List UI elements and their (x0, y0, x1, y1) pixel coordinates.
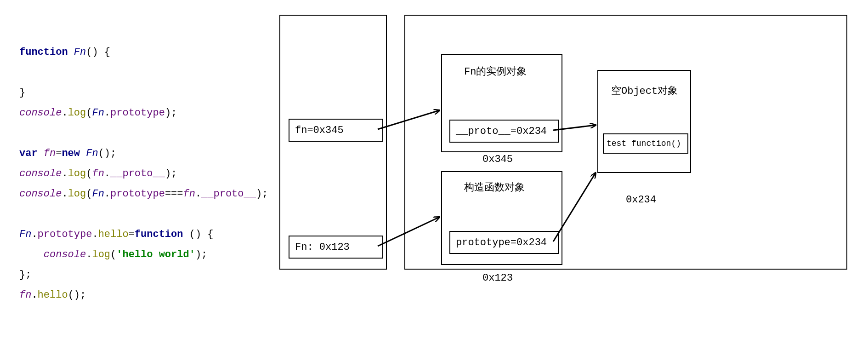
prop-prototype: prototype (110, 188, 165, 200)
ident-Fn: Fn (86, 148, 98, 159)
ctor-prototype-cell: prototype=0x234 (449, 231, 559, 254)
ident-Fn: Fn (92, 188, 104, 200)
method-hello: hello (98, 229, 129, 240)
console: console (19, 168, 62, 179)
method-log: log (68, 188, 86, 200)
kw-function: function (19, 46, 68, 58)
ctor-title: 构造函数对象 (464, 180, 525, 194)
ident-fn: fn (44, 148, 56, 159)
console: console (19, 107, 62, 119)
method-hello: hello (38, 289, 68, 301)
ident-fn: fn (183, 188, 195, 200)
prop-prototype: prototype (38, 229, 92, 240)
instance-proto-cell: __proto__=0x234 (449, 120, 559, 143)
console: console (44, 249, 86, 260)
punct: } (19, 87, 25, 98)
punct: }; (19, 269, 31, 281)
instance-title: Fn的实例对象 (464, 64, 527, 78)
ident-Fn: Fn (92, 107, 104, 119)
prop-proto: __proto__ (110, 168, 165, 179)
console: console (19, 188, 62, 200)
method-log: log (68, 168, 86, 179)
ident-Fn: Fn (19, 229, 31, 240)
empty-object-title: 空Object对象 (611, 84, 678, 98)
method-log: log (92, 249, 110, 260)
punct: () { (183, 229, 213, 240)
punct: () { (86, 46, 110, 58)
prop-prototype: prototype (110, 107, 165, 119)
ident-Fn: Fn (74, 46, 86, 58)
method-log: log (68, 107, 86, 119)
string-hello: 'hello world' (116, 249, 195, 260)
kw-function: function (135, 229, 183, 240)
code-block: function Fn() { } console.log(Fn.prototy… (19, 22, 268, 305)
memory-diagram: fn=0x345 Fn: 0x123 Fn的实例对象 __proto__=0x2… (276, 15, 855, 346)
prop-proto: __proto__ (201, 188, 256, 200)
kw-var: var (19, 148, 38, 159)
kw-new: new (62, 148, 80, 159)
empty-object-test-cell: test function() (603, 133, 688, 154)
empty-object-addr: 0x234 (626, 194, 656, 206)
stack-column (279, 15, 387, 270)
stack-cell-fn: fn=0x345 (289, 119, 383, 142)
instance-addr: 0x345 (482, 154, 513, 165)
ident-fn: fn (92, 168, 104, 179)
ctor-addr: 0x123 (482, 272, 513, 284)
ident-fn: fn (19, 289, 31, 301)
stack-cell-Fn: Fn: 0x123 (289, 236, 383, 259)
